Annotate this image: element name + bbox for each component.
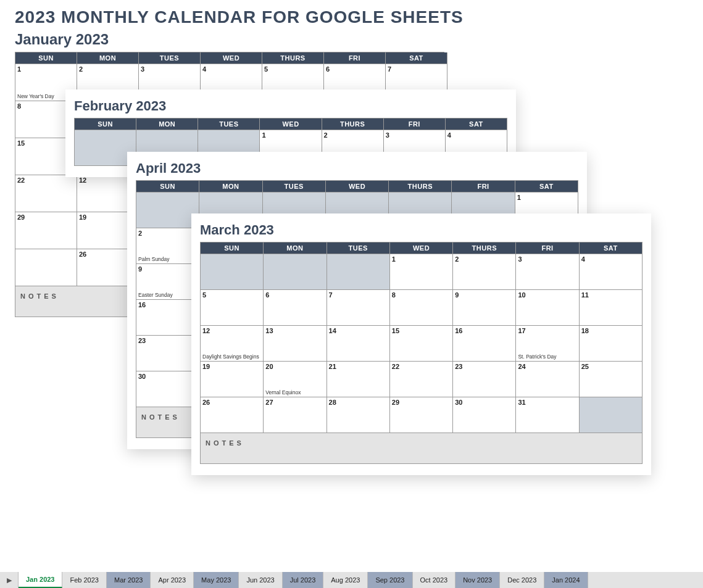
day-number: 3 xyxy=(141,65,198,73)
notes-section[interactable]: NOTES xyxy=(201,433,643,464)
sheet-tab[interactable]: Apr 2023 xyxy=(151,572,194,588)
day-header: THURS xyxy=(322,118,384,130)
day-cell[interactable]: 18 xyxy=(580,326,643,362)
day-cell[interactable]: 31 xyxy=(516,397,579,433)
day-number: 21 xyxy=(329,363,388,370)
day-number: 7 xyxy=(329,291,388,299)
day-header: SUN xyxy=(201,242,264,254)
day-cell[interactable]: 30 xyxy=(453,397,516,433)
day-header: THURS xyxy=(389,181,452,193)
day-cell[interactable]: 22 xyxy=(15,175,77,212)
day-number: 31 xyxy=(518,399,576,406)
day-cell[interactable]: 8 xyxy=(390,290,453,326)
day-header: SUN xyxy=(15,52,77,64)
day-number: 4 xyxy=(581,255,640,263)
day-number: 16 xyxy=(138,301,197,308)
day-header: SAT xyxy=(386,52,447,64)
day-number: 6 xyxy=(326,65,383,73)
day-cell[interactable]: 13 xyxy=(264,326,327,362)
day-cell[interactable]: 30 xyxy=(136,371,199,407)
day-number: 4 xyxy=(202,65,260,73)
day-header: THURS xyxy=(262,52,324,64)
day-number: 10 xyxy=(518,291,576,299)
day-cell[interactable] xyxy=(264,254,327,290)
day-header: SUN xyxy=(75,118,136,130)
day-number: 1 xyxy=(392,255,451,263)
day-cell[interactable]: 5 xyxy=(201,290,264,326)
day-cell[interactable]: 23 xyxy=(453,362,516,397)
day-number: 9 xyxy=(138,265,197,273)
day-event: St. Patrick's Day xyxy=(518,354,576,360)
day-number: 29 xyxy=(17,213,75,221)
day-header: SUN xyxy=(136,181,199,193)
day-cell[interactable]: 19 xyxy=(201,362,264,397)
day-number: 3 xyxy=(386,131,443,139)
sheet-tab[interactable]: Jan 2024 xyxy=(544,572,588,588)
day-header: THURS xyxy=(453,242,516,254)
day-header: FRI xyxy=(324,52,386,64)
day-cell[interactable]: 2 xyxy=(453,254,516,290)
day-cell[interactable]: 24 xyxy=(516,362,579,397)
day-cell[interactable]: 1 xyxy=(390,254,453,290)
day-cell[interactable]: 21 xyxy=(327,362,390,397)
day-cell[interactable]: 29 xyxy=(390,397,453,433)
sheet-tab[interactable]: Jun 2023 xyxy=(239,572,282,588)
sheet-tab[interactable]: Jul 2023 xyxy=(283,572,324,588)
day-cell[interactable]: 14 xyxy=(327,326,390,362)
day-cell[interactable] xyxy=(327,254,390,290)
day-number: 15 xyxy=(392,327,451,334)
day-cell[interactable]: 7 xyxy=(327,290,390,326)
day-cell[interactable]: 2Palm Sunday xyxy=(136,228,199,264)
day-cell[interactable]: 4 xyxy=(580,254,643,290)
day-event: Vernal Equinox xyxy=(265,390,324,395)
day-cell[interactable]: 28 xyxy=(327,397,390,433)
tab-scroll-icon[interactable]: ▶ xyxy=(0,572,19,588)
day-cell[interactable]: 17St. Patrick's Day xyxy=(516,326,579,362)
day-cell[interactable]: 26 xyxy=(201,397,264,433)
day-cell[interactable]: 25 xyxy=(580,362,643,397)
day-cell[interactable]: 23 xyxy=(136,336,199,371)
day-cell[interactable]: 12Daylight Savings Begins xyxy=(201,326,264,362)
day-number: 18 xyxy=(581,327,640,334)
day-cell[interactable]: 22 xyxy=(390,362,453,397)
day-cell[interactable]: 27 xyxy=(264,397,327,433)
day-cell[interactable]: 9Easter Sunday xyxy=(136,264,199,300)
day-cell[interactable]: 16 xyxy=(136,300,199,336)
day-number: 2 xyxy=(138,230,197,237)
sheet-tab[interactable]: May 2023 xyxy=(194,572,239,588)
day-header: SAT xyxy=(515,181,578,193)
sheet-tab[interactable]: Jan 2023 xyxy=(19,572,62,588)
day-header: FRI xyxy=(452,181,515,193)
day-cell[interactable]: 20Vernal Equinox xyxy=(264,362,327,397)
day-cell[interactable] xyxy=(15,249,77,286)
day-number: 30 xyxy=(455,399,514,406)
day-event: Palm Sunday xyxy=(138,257,197,262)
sheet-tab[interactable]: Feb 2023 xyxy=(62,572,106,588)
day-number: 28 xyxy=(329,399,388,406)
day-header: TUES xyxy=(263,181,326,193)
day-cell[interactable] xyxy=(136,193,199,228)
day-cell[interactable]: 6 xyxy=(264,290,327,326)
day-cell[interactable]: 10 xyxy=(516,290,579,326)
day-cell[interactable]: 29 xyxy=(15,212,77,249)
day-cell[interactable]: 3 xyxy=(516,254,579,290)
day-number: 24 xyxy=(518,363,576,370)
day-number: 2 xyxy=(324,131,381,139)
sheet-tab[interactable]: Mar 2023 xyxy=(107,572,151,588)
day-cell[interactable]: 15 xyxy=(390,326,453,362)
day-header: FRI xyxy=(516,242,579,254)
sheet-tab[interactable]: Oct 2023 xyxy=(413,572,456,588)
sheet-tab[interactable]: Aug 2023 xyxy=(323,572,368,588)
day-cell[interactable]: 16 xyxy=(453,326,516,362)
sheet-tab[interactable]: Dec 2023 xyxy=(500,572,544,588)
day-cell[interactable] xyxy=(201,254,264,290)
calendar-title: April 2023 xyxy=(136,160,578,176)
calendar-title: February 2023 xyxy=(74,98,507,114)
sheet-tab[interactable]: Sep 2023 xyxy=(368,572,412,588)
day-number: 5 xyxy=(264,65,322,73)
day-number: 8 xyxy=(392,291,451,299)
sheet-tab[interactable]: Nov 2023 xyxy=(455,572,500,588)
day-cell[interactable]: 9 xyxy=(453,290,516,326)
day-cell[interactable] xyxy=(580,397,643,433)
day-cell[interactable]: 11 xyxy=(580,290,643,326)
